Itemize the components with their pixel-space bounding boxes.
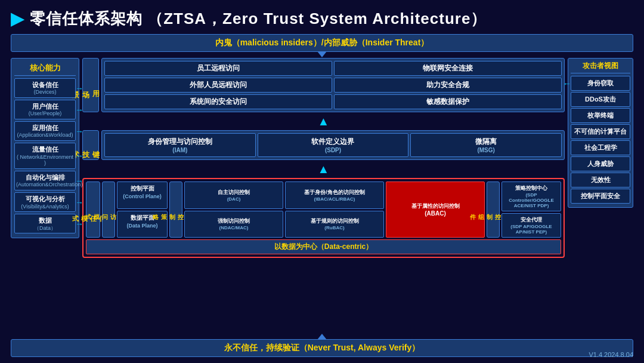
title-row: ▶ 零信任体系架构 （ZTSA，Zero Trust System Archit… — [11, 6, 633, 30]
bottom-bar: 永不信任，持续验证（Never Trust, Always Verify） — [11, 339, 633, 357]
zero-trust-area: 零信任模式 网络访问模式 控制平面 (Control Plane) — [82, 178, 565, 258]
scenarios-grid: 员工远程访问 物联网安全连接 外部人员远程访问 助力安全合规 系统间的安全访问 … — [101, 58, 565, 112]
attacker-title: 攻击者视图 — [571, 61, 630, 73]
ztrust-inner: 网络访问模式 控制平面 (Control Plane) 数据平面 (Data P… — [102, 182, 561, 238]
arrow-right-icon-5: → — [75, 198, 83, 207]
cap-app: 应用信任 (Application&Workload) → — [14, 121, 76, 141]
arrow-right-icon-2: → — [75, 127, 83, 136]
rbac-col: 基于身份/角色的访问控制 (IBAC/ACL/RBAC) 基于规则的访问控制 (… — [285, 182, 384, 238]
attack-item-4: 社会工程学 — [571, 140, 630, 155]
dac-col: 自主访问控制 (DAC) 强制访问控制 (NDAC/MAC) — [184, 182, 283, 238]
app-scenario-row: 应用场景 员工远程访问 物联网安全连接 外部人员远程访问 助力安全合规 系统间的… — [82, 58, 565, 112]
attack-item-3: 不可信的计算平台 — [571, 124, 630, 139]
arrow-left-icon-0: ← — [563, 79, 571, 88]
network-access-label: 网络访问模式 — [102, 182, 115, 238]
arrow-right-icon-0: → — [75, 84, 83, 93]
attack-item-0: ← 身份窃取 — [571, 76, 630, 91]
dac-item: 自主访问控制 (DAC) — [184, 182, 283, 209]
tech-sdp: 软件定义边界 (SDP) — [258, 133, 409, 157]
access-policy-label: 访问控制策略 — [169, 182, 182, 238]
control-plane: 控制平面 (Control Plane) — [117, 182, 168, 209]
core-capabilities-box: 核心能力 设备信任 (Devices) → 用户信任 (User/People)… — [11, 58, 79, 238]
main-area: 核心能力 设备信任 (Devices) → 用户信任 (User/People)… — [11, 58, 633, 334]
access-ctrl-label: 访问控制组件 — [487, 182, 500, 238]
attack-item-2: 枚举终端 — [571, 108, 630, 123]
attacker-view-box: 攻击者视图 ← 身份窃取 DDoS攻击 枚举终端 不可信的计算平台 社会工程学 — [568, 58, 633, 208]
arrow-right-icon-1: → — [75, 105, 83, 115]
tech-msg: 微隔离 (MSG) — [410, 133, 562, 157]
attack-item-6: 无效性 — [571, 173, 630, 187]
key-tech-label: 关键技术 — [82, 130, 99, 160]
scenario-2: 物联网安全连接 — [334, 61, 562, 76]
cap-user: 用户信任 (User/People) → — [14, 100, 76, 119]
attack-item-7: 控制平面安全 — [571, 189, 630, 204]
ztrust-main-row: 零信任模式 网络访问模式 控制平面 (Control Plane) — [86, 182, 561, 238]
attack-item-1: DDoS攻击 — [571, 92, 630, 107]
cap-visibility: 可视化与分析 (Visibility&Analytics) → — [14, 192, 76, 212]
app-scenario-label: 应用场景 — [82, 58, 99, 112]
datacentric-bar: 以数据为中心（Data-centric） — [86, 239, 561, 254]
cap-data: 数据 （Data） → — [14, 214, 76, 233]
arrow-right-icon-3: → — [75, 151, 83, 161]
arrow-up-1: ▲ — [82, 115, 565, 127]
policy-ctrl-center: 策略控制中心 (SDP Controller/GOOGLE ACE/NIST P… — [501, 182, 561, 211]
tech-iam: 身份管理与访问控制 (IAM) — [104, 133, 256, 157]
scenario-1: 员工远程访问 — [104, 61, 332, 76]
key-tech-row: 关键技术 身份管理与访问控制 (IAM) 软件定义边界 (SDP) 微隔离 (M… — [82, 130, 565, 160]
right-column: 攻击者视图 ← 身份窃取 DDoS攻击 枚举终端 不可信的计算平台 社会工程学 — [568, 58, 633, 334]
middle-column: 应用场景 员工远程访问 物联网安全连接 外部人员远程访问 助力安全合规 系统间的… — [82, 58, 565, 334]
security-proxy: 安全代理 (SDP AP/GOOGLE AP/NIST PEP) — [501, 213, 561, 238]
data-plane: 数据平面 (Data Plane) — [117, 211, 168, 238]
cap-network: 流量信任 ( Network&Environment ) → — [14, 143, 76, 169]
left-column: 核心能力 设备信任 (Devices) → 用户信任 (User/People)… — [11, 58, 79, 334]
scenario-4: 助力安全合规 — [334, 78, 562, 93]
version-label: V1.4 2024.8.04 — [589, 351, 633, 358]
scenario-6: 敏感数据保护 — [334, 94, 562, 109]
core-cap-title: 核心能力 — [14, 61, 76, 76]
rubac-item: 基于规则的访问控制 (RuBAC) — [285, 211, 384, 238]
arrow-right-icon-6: → — [75, 219, 83, 229]
arrow-up-2: ▲ — [82, 163, 565, 175]
arrow-right-icon-4: → — [75, 176, 83, 186]
threat-bar: 内鬼（malicious insiders）/内部威胁（Insider Thre… — [11, 34, 633, 52]
scenario-5: 系统间的安全访问 — [104, 94, 332, 109]
ibac-item: 基于身份/角色的访问控制 (IBAC/ACL/RBAC) — [285, 182, 384, 209]
attack-item-5: 人身威胁 — [571, 156, 630, 171]
policy-ctrl-col: 策略控制中心 (SDP Controller/GOOGLE ACE/NIST P… — [501, 182, 561, 238]
page-container: ▶ 零信任体系架构 （ZTSA，Zero Trust System Archit… — [0, 0, 644, 363]
scenario-3: 外部人员远程访问 — [104, 78, 332, 93]
title-arrow-icon: ▶ — [11, 9, 24, 29]
ndac-item: 强制访问控制 (NDAC/MAC) — [184, 211, 283, 238]
cap-devices: 设备信任 (Devices) → — [14, 78, 76, 98]
page-title: 零信任体系架构 （ZTSA，Zero Trust System Architec… — [30, 8, 487, 29]
tech-items-grid: 身份管理与访问控制 (IAM) 软件定义边界 (SDP) 微隔离 (MSG) — [101, 130, 565, 160]
cap-automation: 自动化与编排 (Automation&Orchestration) → — [14, 171, 76, 190]
